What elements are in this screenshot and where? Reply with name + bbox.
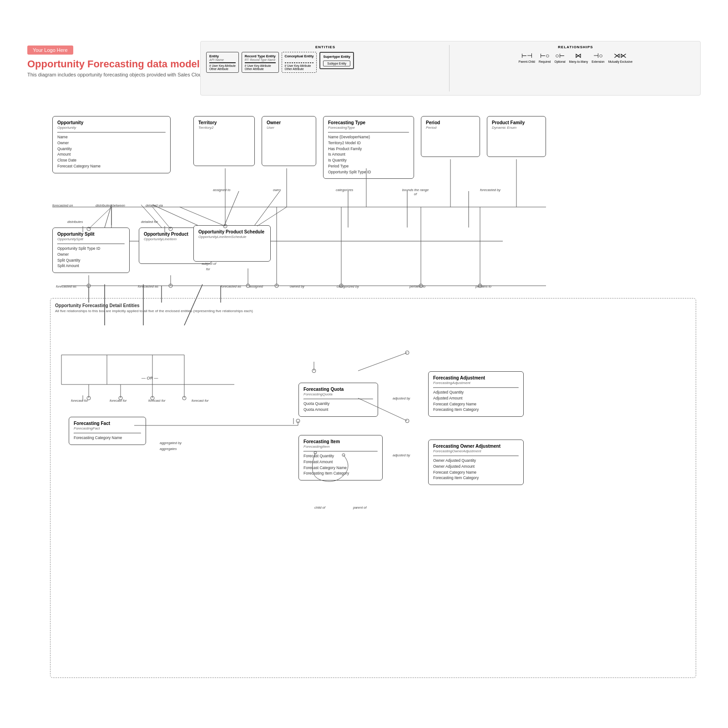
rel-categorized-by: categorized by xyxy=(337,284,359,288)
fq-field-2: Quota Amount xyxy=(303,407,373,413)
opportunity-field-quantity: Quantity xyxy=(57,146,166,152)
fi-field-4: Forecasting Item Category xyxy=(303,470,378,476)
fi-field-2: Forecast Amount xyxy=(303,459,378,465)
legend-entity-standard: Entity API Name # User Key Attribute Oth… xyxy=(206,52,239,73)
page-container: Your Logo Here Opportunity Forecasting d… xyxy=(0,0,728,728)
legend-rel-extension: ⊣○ Extension xyxy=(592,52,605,63)
period-title: Period xyxy=(426,120,475,125)
period-api: Period xyxy=(426,126,475,130)
entity-forecasting-item: Forecasting Item ForecastingItem Forecas… xyxy=(298,435,383,480)
entity-forecasting-type: Forecasting Type ForecastingType Name (D… xyxy=(323,116,414,179)
svg-line-21 xyxy=(89,207,111,229)
rel-forecasted-on: forecasted on xyxy=(52,203,73,207)
forecasting-type-title: Forecasting Type xyxy=(328,120,409,125)
or-label: — OR — xyxy=(142,376,158,380)
logo-badge: Your Logo Here xyxy=(27,46,73,55)
fa-field-3: Forecast Category Name xyxy=(433,401,519,407)
svg-point-35 xyxy=(169,284,172,288)
os-field-2: Owner xyxy=(57,252,125,258)
fa-api: ForecastingAdjustment xyxy=(433,381,519,385)
rel-pertains-to-2: pertains to xyxy=(475,284,491,288)
foa-api: ForecastingOwnerAdjustment xyxy=(433,449,519,453)
legend-container: ENTITIES Entity API Name # User Key Attr… xyxy=(200,41,701,96)
fq-field-1: Quota Quantity xyxy=(303,401,373,407)
legend-entity-conceptual: Conceptual Entity # User Key Attribute O… xyxy=(282,52,317,73)
ft-field-2: Territory2 Model ID xyxy=(328,140,409,146)
entity-forecasting-quota: Forecasting Quota ForecastingQuota Quota… xyxy=(298,383,378,417)
svg-line-0 xyxy=(105,205,111,228)
rel-bounds-range: bounds the range of xyxy=(402,188,429,196)
foa-field-3: Forecast Category Name xyxy=(433,470,519,475)
detail-group-subtitle: All five relationships to this box are i… xyxy=(55,309,691,313)
rel-adjusted-by-2: adjusted by xyxy=(393,453,410,457)
rel-forecast-for-3: forecast for xyxy=(148,399,166,403)
rel-forecasted-by: forecasted by xyxy=(480,188,500,192)
rel-adjusted-by-1: adjusted by xyxy=(393,396,410,400)
legend-entity-record-type: Record Type Entity RT: Record Type Name … xyxy=(242,52,279,73)
rel-forecast-for-1: forecast for xyxy=(71,399,88,403)
rel-assigned: assigned xyxy=(249,284,263,288)
os-field-4: Split Amount xyxy=(57,263,125,269)
ff-api: ForecastingFact xyxy=(74,426,141,430)
entity-period: Period Period xyxy=(421,116,480,157)
owner-api: User xyxy=(267,126,311,130)
opportunity-field-close-date: Close Date xyxy=(57,157,166,163)
entity-owner: Owner User xyxy=(262,116,316,166)
opp-split-api: OpportunitySplit xyxy=(57,237,125,241)
rel-forecast-for-4: forecast for xyxy=(192,399,209,403)
ops-api: OpportunityLineItemSchedule xyxy=(198,235,266,239)
entity-product-family: Product Family Dynamic Enum xyxy=(487,116,546,157)
ft-field-3: Has Product Family xyxy=(328,146,409,152)
territory-api: Territory2 xyxy=(198,126,250,130)
rel-forecasted-as-2: forecasted as xyxy=(138,284,158,288)
fq-api: ForecastingQuota xyxy=(303,392,373,396)
rel-categorizes: categorizes xyxy=(336,188,353,192)
svg-line-30 xyxy=(257,207,287,226)
rel-aggregates: aggregates xyxy=(160,447,177,451)
forecasting-type-api: ForecastingType xyxy=(328,126,409,130)
svg-line-27 xyxy=(180,207,225,226)
ops-title: Opportunity Product Schedule xyxy=(198,229,266,234)
rel-detailed-for: detailed for xyxy=(141,220,158,224)
legend-rel-required: ⊢○ Required xyxy=(539,52,551,63)
rel-detailed-via: detailed via xyxy=(146,203,163,207)
fa-field-1: Adjusted Quantity xyxy=(433,389,519,395)
opportunity-field-forecast-category: Forecast Category Name xyxy=(57,163,166,169)
fi-field-1: Forecast Quantity xyxy=(303,453,378,459)
entity-forecasting-fact: Forecasting Fact ForecastingFact Forecas… xyxy=(69,417,146,445)
svg-point-39 xyxy=(275,284,278,288)
territory-title: Territory xyxy=(198,120,250,125)
foa-field-1: Owner Adjusted Quantity xyxy=(433,458,519,464)
os-field-3: Split Quantity xyxy=(57,258,125,263)
os-field-1: Opportunity Split Type ID xyxy=(57,246,125,252)
fi-api: ForecastingItem xyxy=(303,445,378,449)
detail-group-title: Opportunity Forecasting Detail Entities xyxy=(55,303,691,308)
rel-subject-of: subject of xyxy=(202,262,216,266)
rel-forecasted-as-1: forecasted as xyxy=(56,284,76,288)
fi-field-3: Forecast Category Name xyxy=(303,465,378,471)
opportunity-api: Opportunity xyxy=(57,126,166,130)
ft-field-6: Period Type xyxy=(328,163,409,169)
rel-assigned-to: assigned to xyxy=(213,188,230,192)
entity-opportunity: Opportunity Opportunity Name Owner Quant… xyxy=(52,116,171,173)
product-family-title: Product Family xyxy=(492,120,541,125)
legend-rel-optional: ○⊢ Optional xyxy=(554,52,565,63)
entity-territory: Territory Territory2 xyxy=(193,116,255,166)
entity-forecasting-owner-adjustment: Forecasting Owner Adjustment Forecasting… xyxy=(428,440,524,485)
opportunity-field-amount: Amount xyxy=(57,152,166,157)
forecasting-detail-box: Opportunity Forecasting Detail Entities … xyxy=(50,298,696,678)
diagram-area: Opportunity Opportunity Name Owner Quant… xyxy=(25,107,703,692)
fi-title: Forecasting Item xyxy=(303,439,378,444)
opportunity-title: Opportunity xyxy=(57,120,166,125)
fq-title: Forecasting Quota xyxy=(303,387,373,392)
rel-child-of: child of xyxy=(314,506,325,510)
rel-distributed-between: distributed between xyxy=(96,203,125,207)
rel-owns: owns xyxy=(273,188,281,192)
ff-title: Forecasting Fact xyxy=(74,421,141,426)
entity-forecasting-adjustment: Forecasting Adjustment ForecastingAdjust… xyxy=(428,371,524,417)
rel-forecasted-as-3: forecasted as xyxy=(221,284,241,288)
rel-forecast-for-2: forecast for xyxy=(110,399,127,403)
legend-rel-many-to-many: ⋈ Many-to-Many xyxy=(569,52,588,63)
rel-distributes: distributes xyxy=(67,220,83,224)
entity-opportunity-split: Opportunity Split OpportunitySplit Oppor… xyxy=(52,228,130,273)
